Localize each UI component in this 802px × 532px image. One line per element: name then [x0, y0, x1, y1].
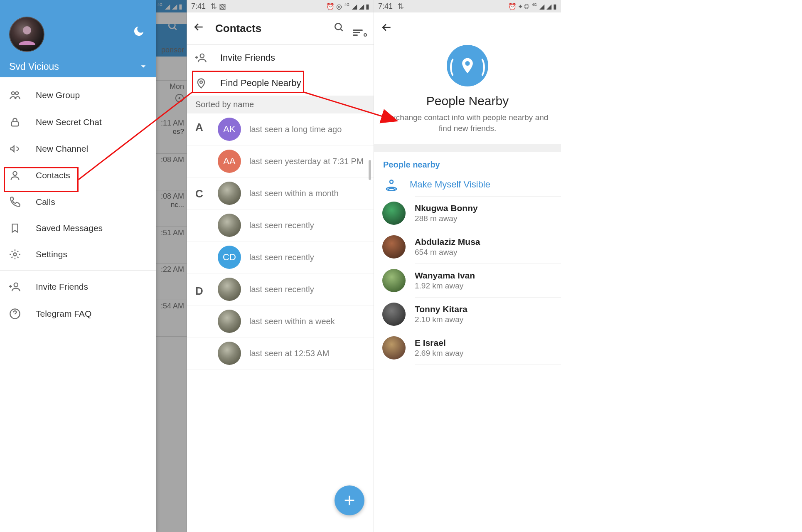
action-label: Find People Nearby [220, 78, 301, 89]
contact-avatar [218, 342, 241, 365]
svg-point-3 [23, 26, 31, 34]
menu-settings[interactable]: Settings [0, 241, 156, 268]
status-bar: 7:41 ⇅ ⏰ ⌖ ◎ 4G◢ ◢ ▮ [374, 0, 561, 12]
person-distance: 2.10 km away [415, 315, 467, 324]
menu-invite-friends[interactable]: Invite Friends [0, 273, 156, 300]
menu-label: New Group [36, 90, 80, 100]
contact-list: ACDAKlast seen a long time agoAAlast see… [187, 113, 374, 369]
contact-avatar [218, 310, 241, 333]
username-label: Svd Vicious [9, 61, 147, 72]
svg-point-11 [335, 23, 341, 30]
group-icon [9, 89, 21, 101]
nearby-person-row[interactable]: Wanyama Ivan1.92 km away [374, 264, 561, 297]
drawer-menu: New Group New Secret Chat New Channel [0, 77, 156, 327]
search-icon[interactable] [330, 22, 349, 35]
menu-calls[interactable]: Calls [0, 189, 156, 215]
nearby-person-row[interactable]: Tonny Kitara2.10 km away [374, 298, 561, 331]
location-badge-icon [447, 45, 488, 86]
svg-point-7 [13, 172, 17, 175]
menu-label: Settings [36, 249, 67, 259]
person-avatar [382, 269, 406, 292]
person-avatar [382, 336, 406, 360]
expand-account-icon[interactable] [140, 63, 147, 71]
megaphone-icon [9, 143, 21, 155]
svg-point-13 [200, 54, 204, 58]
contact-avatar [218, 182, 241, 205]
gear-icon [9, 249, 21, 260]
nearby-person-row[interactable]: E Israel2.69 km away [374, 331, 561, 365]
contact-row[interactable]: last seen recently [187, 273, 374, 305]
contact-status: last seen recently [249, 253, 314, 262]
make-myself-visible-row[interactable]: Make Myself Visible [374, 173, 561, 196]
person-avatar [382, 303, 406, 326]
menu-label: Saved Messages [36, 223, 103, 233]
invite-icon [195, 52, 207, 64]
contact-avatar: AK [218, 118, 241, 141]
page-title: Contacts [215, 22, 330, 35]
svg-line-12 [340, 29, 342, 31]
status-left-icons: ⇅ [398, 2, 404, 11]
menu-new-group[interactable]: New Group [0, 81, 156, 109]
night-mode-icon[interactable] [133, 25, 145, 40]
contact-status: last seen recently [249, 285, 314, 294]
contact-row[interactable]: AKlast seen a long time ago [187, 113, 374, 145]
invite-friends-row[interactable]: Invite Friends [187, 45, 374, 71]
contact-row[interactable]: last seen within a month [187, 177, 374, 209]
contact-status: last seen at 12:53 AM [249, 349, 329, 358]
action-label: Make Myself Visible [410, 179, 490, 190]
navigation-drawer: Svd Vicious New Group New Secret Chat [0, 0, 156, 532]
contact-avatar: AA [218, 150, 241, 173]
contact-status: last seen recently [249, 221, 314, 230]
contact-avatar: CD [218, 246, 241, 269]
section-letter: A [195, 121, 203, 134]
section-letter: C [195, 187, 203, 200]
hero-subtitle: Exchange contact info with people nearby… [382, 112, 553, 133]
contact-row[interactable]: CDlast seen recently [187, 241, 374, 273]
menu-new-secret-chat[interactable]: New Secret Chat [0, 109, 156, 135]
status-right-icons: ⏰ ⌖ ◎ 4G◢ ◢ ▮ [508, 2, 557, 10]
help-icon [9, 308, 21, 320]
scrollbar[interactable] [369, 160, 371, 180]
contact-status: last seen a long time ago [249, 125, 342, 134]
person-name: Abdulaziz Musa [415, 237, 480, 247]
contact-status: last seen within a month [249, 189, 339, 198]
contact-row[interactable]: last seen recently [187, 209, 374, 241]
menu-label: New Secret Chat [36, 117, 102, 127]
status-right-icons: ⏰ ◎ 4G◢ ◢ ▮ [326, 2, 369, 10]
contact-row[interactable]: last seen at 12:53 AM [187, 337, 374, 369]
nearby-person-row[interactable]: Nkugwa Bonny288 m away [374, 197, 561, 230]
person-icon [9, 170, 21, 181]
menu-label: Invite Friends [36, 282, 88, 292]
contact-row[interactable]: AAlast seen yesterday at 7:31 PM [187, 145, 374, 177]
svg-point-14 [200, 81, 202, 84]
nearby-appbar [374, 12, 561, 45]
user-avatar[interactable] [9, 17, 44, 52]
find-people-nearby-row[interactable]: Find People Nearby [187, 71, 374, 96]
back-icon[interactable] [194, 22, 215, 35]
menu-saved-messages[interactable]: Saved Messages [0, 215, 156, 241]
menu-label: Telegram FAQ [36, 309, 91, 319]
new-contact-fab[interactable] [335, 485, 364, 515]
person-name: Nkugwa Bonny [415, 203, 478, 213]
svg-point-9 [14, 283, 18, 287]
screen-contacts: 7:41 ⇅ ▧ ⏰ ◎ 4G◢ ◢ ▮ Contacts Invite Fri… [187, 0, 374, 532]
contact-avatar [218, 214, 241, 237]
contact-avatar [218, 278, 241, 301]
lock-icon [9, 116, 21, 128]
sort-icon[interactable] [349, 22, 367, 36]
nearby-list: Nkugwa Bonny288 m awayAbdulaziz Musa654 … [374, 197, 561, 365]
svg-point-5 [15, 92, 18, 95]
contact-row[interactable]: last seen within a week [187, 305, 374, 337]
menu-contacts[interactable]: Contacts [0, 162, 156, 189]
screen-drawer: ⏰ ◎ 4G◢ ◢ ▮ ponsor Mon :11 AMes? :08 AM … [0, 0, 187, 532]
nearby-person-row[interactable]: Abdulaziz Musa654 m away [374, 230, 561, 264]
menu-telegram-faq[interactable]: Telegram FAQ [0, 300, 156, 327]
person-name: Wanyama Ivan [415, 271, 475, 281]
status-left-icons: ⇅ ▧ [211, 2, 226, 11]
invite-icon [9, 281, 21, 293]
person-avatar [382, 235, 406, 259]
drawer-header: Svd Vicious [0, 0, 156, 77]
back-icon[interactable] [381, 22, 392, 36]
menu-label: New Channel [36, 144, 88, 154]
menu-new-channel[interactable]: New Channel [0, 135, 156, 162]
